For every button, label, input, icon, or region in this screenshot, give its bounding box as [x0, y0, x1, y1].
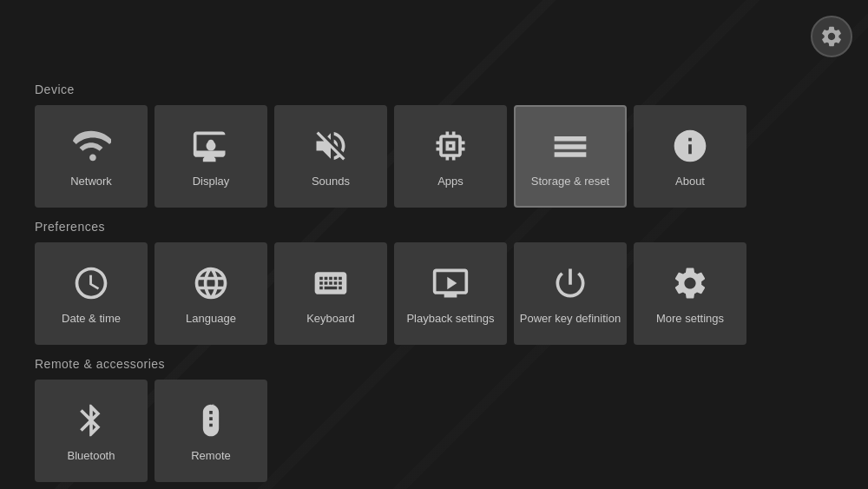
preferences-grid-row: Date & time Language Keyboard [35, 242, 833, 345]
svg-point-0 [207, 141, 216, 150]
tile-playback-settings-label: Playback settings [406, 312, 494, 325]
tile-sounds[interactable]: Sounds [274, 105, 387, 208]
tile-bluetooth-label: Bluetooth [68, 449, 115, 462]
tile-display[interactable]: Display [155, 105, 267, 208]
tile-about[interactable]: About [634, 105, 746, 208]
tile-playback-settings[interactable]: Playback settings [394, 242, 507, 345]
display-icon [191, 126, 231, 166]
device-grid-row: Network Display [35, 105, 833, 208]
tile-language-label: Language [186, 312, 236, 325]
keyboard-icon [311, 263, 351, 303]
more-settings-gear-icon [670, 263, 710, 303]
storage-icon [550, 126, 590, 166]
gear-icon [819, 24, 844, 49]
playback-icon [431, 263, 470, 303]
remote-section: Remote & accessories Bluetooth Remot [35, 357, 833, 482]
tile-storage-reset-label: Storage & reset [531, 175, 609, 188]
apps-icon [431, 126, 470, 166]
power-icon [550, 263, 590, 303]
settings-gear-button[interactable] [811, 16, 852, 57]
settings-gear-container[interactable] [811, 16, 852, 57]
remote-icon [191, 400, 231, 440]
globe-icon [191, 263, 231, 303]
device-section: Device Network [35, 83, 833, 208]
tile-apps-label: Apps [437, 175, 464, 188]
tile-remote[interactable]: Remote [155, 380, 267, 482]
preferences-section: Preferences Date & time Language [35, 220, 833, 345]
tile-sounds-label: Sounds [312, 175, 350, 188]
tile-apps[interactable]: Apps [394, 105, 507, 208]
remote-section-label: Remote & accessories [35, 357, 833, 371]
main-content: Device Network [35, 83, 833, 480]
tile-keyboard-label: Keyboard [306, 312, 355, 325]
tile-keyboard[interactable]: Keyboard [274, 242, 387, 345]
remote-grid-row: Bluetooth Remote [35, 380, 833, 482]
info-icon [670, 126, 710, 166]
device-section-label: Device [35, 83, 833, 96]
tile-display-label: Display [193, 175, 230, 188]
clock-icon [71, 263, 111, 303]
tile-more-settings-label: More settings [656, 312, 724, 325]
tile-about-label: About [675, 175, 705, 188]
tile-bluetooth[interactable]: Bluetooth [35, 380, 148, 482]
wifi-icon [71, 126, 111, 166]
preferences-section-label: Preferences [35, 220, 833, 234]
tile-network[interactable]: Network [35, 105, 148, 208]
tile-more-settings[interactable]: More settings [634, 242, 746, 345]
tile-date-time-label: Date & time [62, 312, 121, 325]
sounds-icon [311, 126, 351, 166]
tile-language[interactable]: Language [155, 242, 267, 345]
bluetooth-icon [71, 400, 111, 440]
tile-remote-label: Remote [191, 449, 231, 462]
tile-date-time[interactable]: Date & time [35, 242, 148, 345]
tile-power-key-definition[interactable]: Power key definition [514, 242, 627, 345]
tile-power-key-definition-label: Power key definition [520, 312, 621, 325]
tile-storage-reset[interactable]: Storage & reset [514, 105, 627, 208]
tile-network-label: Network [70, 175, 112, 188]
